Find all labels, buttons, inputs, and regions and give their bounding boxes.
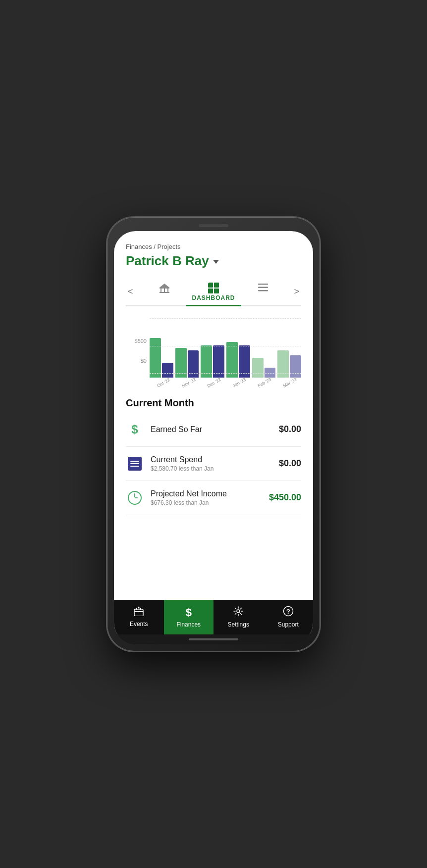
income-icon xyxy=(126,489,144,507)
tab-navigation: < xyxy=(126,279,301,306)
bottom-navigation: Events $ Finances Settings xyxy=(114,600,313,634)
svg-rect-7 xyxy=(258,287,268,288)
breadcrumb: Finances / Projects xyxy=(126,243,301,250)
dollar-sign-icon: $ xyxy=(131,423,138,436)
svg-rect-0 xyxy=(160,288,169,289)
svg-rect-12 xyxy=(134,611,143,612)
earned-label: Earned So Far xyxy=(151,425,279,434)
finance-row-earned: $ Earned So Far $0.00 xyxy=(126,413,301,447)
spend-icon xyxy=(126,455,144,473)
finances-icon: $ xyxy=(186,606,192,619)
income-value: $450.00 xyxy=(269,492,301,503)
svg-rect-11 xyxy=(140,608,141,610)
finance-row-spend: Current Spend $2,580.70 less than Jan $0… xyxy=(126,447,301,481)
svg-rect-4 xyxy=(160,292,169,293)
spend-label: Current Spend xyxy=(151,455,279,464)
tab-list[interactable] xyxy=(251,279,275,305)
svg-rect-1 xyxy=(160,289,161,292)
tab-dashboard[interactable]: DASHBOARD xyxy=(186,279,241,305)
svg-rect-2 xyxy=(164,289,165,292)
user-name[interactable]: Patrick B Ray xyxy=(126,253,209,269)
spend-value: $0.00 xyxy=(279,458,301,469)
tab-dashboard-label: DASHBOARD xyxy=(192,294,235,301)
events-icon xyxy=(133,606,145,619)
svg-rect-3 xyxy=(167,289,168,292)
finance-row-income: Projected Net Income $676.30 less than J… xyxy=(126,481,301,515)
svg-rect-10 xyxy=(136,608,137,610)
svg-rect-9 xyxy=(134,609,143,616)
list-icon xyxy=(257,283,269,295)
income-label: Projected Net Income xyxy=(151,489,269,498)
clock-icon xyxy=(128,491,142,505)
svg-rect-8 xyxy=(258,290,268,291)
chart-container: $500 $0 xyxy=(126,314,301,386)
tab-next-arrow[interactable]: > xyxy=(292,283,301,301)
earned-icon: $ xyxy=(126,421,144,438)
phone-speaker xyxy=(199,224,228,227)
phone-device: Finances / Projects Patrick B Ray < xyxy=(107,217,320,651)
settings-icon xyxy=(233,606,244,619)
app-content: Finances / Projects Patrick B Ray < xyxy=(114,231,313,634)
nav-events-label: Events xyxy=(130,621,148,627)
nav-item-events[interactable]: Events xyxy=(114,600,164,634)
tab-bank[interactable] xyxy=(153,279,176,305)
nav-settings-label: Settings xyxy=(228,621,249,628)
section-title-current-month: Current Month xyxy=(126,397,301,409)
nav-item-settings[interactable]: Settings xyxy=(214,600,264,634)
bank-icon xyxy=(159,283,170,296)
chart-y-bot: $0 xyxy=(126,358,147,364)
support-icon: ? xyxy=(283,606,294,619)
earned-value: $0.00 xyxy=(279,424,301,434)
home-indicator xyxy=(114,634,313,644)
spend-info: Current Spend $2,580.70 less than Jan xyxy=(151,455,279,472)
nav-item-support[interactable]: ? Support xyxy=(264,600,314,634)
nav-support-label: Support xyxy=(278,621,299,628)
user-name-row[interactable]: Patrick B Ray xyxy=(126,253,301,269)
app-main: Finances / Projects Patrick B Ray < xyxy=(114,231,313,600)
dashboard-icon xyxy=(208,283,219,293)
income-sublabel: $676.30 less than Jan xyxy=(151,499,269,506)
receipt-icon xyxy=(128,457,142,471)
nav-finances-label: Finances xyxy=(176,621,201,628)
svg-text:?: ? xyxy=(286,608,290,615)
tab-items: DASHBOARD xyxy=(135,279,292,305)
tab-prev-arrow[interactable]: < xyxy=(126,283,135,301)
chart-y-mid: $500 xyxy=(126,338,147,344)
svg-point-13 xyxy=(237,610,240,613)
chart-x-labels: Oct '22 Nov '22 Dec '22 Jan '23 Feb '23 … xyxy=(150,381,301,386)
phone-screen: Finances / Projects Patrick B Ray < xyxy=(114,231,313,644)
home-bar xyxy=(189,638,238,640)
chevron-down-icon[interactable] xyxy=(213,260,219,264)
spend-sublabel: $2,580.70 less than Jan xyxy=(151,465,279,472)
earned-info: Earned So Far xyxy=(151,425,279,434)
svg-rect-6 xyxy=(258,284,268,285)
svg-marker-5 xyxy=(160,284,169,288)
nav-item-finances[interactable]: $ Finances xyxy=(164,600,214,634)
income-info: Projected Net Income $676.30 less than J… xyxy=(151,489,269,506)
